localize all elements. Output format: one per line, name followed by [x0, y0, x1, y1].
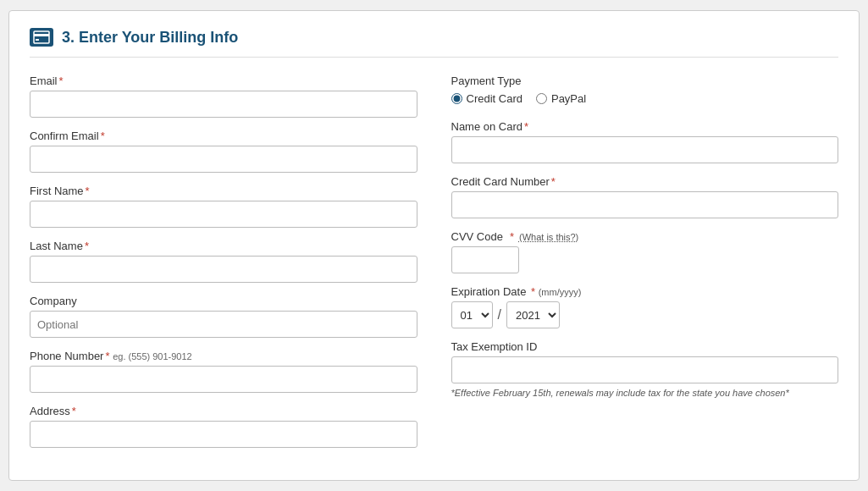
paypal-radio[interactable] [536, 93, 547, 104]
credit-card-label: Credit Card [467, 92, 522, 105]
email-input[interactable] [30, 91, 417, 118]
cvv-group: CVV Code* (What is this?) [451, 230, 839, 273]
right-column: Payment Type Credit Card PayPal Name on … [451, 74, 839, 460]
what-is-this-link[interactable]: (What is this?) [519, 232, 578, 242]
name-on-card-label: Name on Card* [451, 120, 839, 133]
phone-input[interactable] [30, 366, 417, 393]
cc-number-group: Credit Card Number* [451, 175, 839, 218]
confirm-email-group: Confirm Email* [30, 130, 417, 173]
phone-hint: eg. (555) 901-9012 [113, 351, 192, 361]
cc-number-label: Credit Card Number* [451, 175, 839, 188]
svg-rect-1 [34, 34, 49, 36]
credit-card-option[interactable]: Credit Card [451, 92, 522, 105]
phone-group: Phone Number* eg. (555) 901-9012 [30, 350, 417, 393]
svg-rect-2 [36, 39, 39, 41]
address-label: Address* [30, 405, 417, 417]
expiration-group: Expiration Date * (mm/yyyy) 01020304 050… [451, 285, 839, 328]
cc-number-input[interactable] [451, 191, 839, 218]
tax-note: *Effective February 15th, renewals may i… [451, 387, 839, 400]
last-name-input[interactable] [30, 256, 417, 283]
paypal-label: PayPal [551, 92, 586, 105]
address-group: Address* [30, 405, 417, 448]
name-on-card-input[interactable] [451, 136, 839, 163]
exp-month-select[interactable]: 01020304 05060708 09101112 [451, 301, 493, 328]
exp-separator: / [498, 307, 501, 323]
expiration-inputs: 01020304 05060708 09101112 / 20212022202… [451, 301, 839, 328]
exp-year-select[interactable]: 2021202220232024 2025202620272028 202920… [506, 301, 560, 328]
section-header: 3. Enter Your Billing Info [30, 28, 838, 58]
confirm-email-label: Confirm Email* [30, 130, 417, 142]
tax-exemption-input[interactable] [451, 356, 839, 383]
email-label: Email* [30, 74, 417, 87]
left-column: Email* Confirm Email* First Name* Last N… [30, 74, 417, 460]
first-name-group: First Name* [30, 185, 417, 228]
last-name-label: Last Name* [30, 240, 417, 252]
first-name-input[interactable] [30, 201, 417, 228]
name-on-card-group: Name on Card* [451, 120, 839, 163]
payment-type-group: Payment Type Credit Card PayPal [451, 74, 839, 108]
radio-group: Credit Card PayPal [451, 92, 839, 108]
company-label: Company [30, 295, 417, 307]
tax-exemption-group: Tax Exemption ID *Effective February 15t… [451, 340, 839, 400]
email-group: Email* [30, 74, 417, 118]
form-columns: Email* Confirm Email* First Name* Last N… [30, 74, 838, 460]
tax-exemption-label: Tax Exemption ID [451, 340, 839, 353]
billing-icon [30, 28, 53, 47]
last-name-group: Last Name* [30, 240, 417, 283]
credit-card-radio[interactable] [451, 93, 462, 104]
first-name-label: First Name* [30, 185, 417, 197]
company-group: Company [30, 295, 417, 338]
cvv-label: CVV Code* (What is this?) [451, 230, 839, 243]
cvv-input[interactable] [451, 246, 519, 273]
paypal-option[interactable]: PayPal [536, 92, 586, 105]
company-input[interactable] [30, 311, 417, 338]
billing-form-card: 3. Enter Your Billing Info Email* Confir… [8, 10, 860, 481]
phone-label: Phone Number* eg. (555) 901-9012 [30, 350, 417, 362]
expiration-label: Expiration Date * (mm/yyyy) [451, 285, 839, 298]
expiration-hint: (mm/yyyy) [539, 287, 582, 297]
svg-rect-0 [34, 31, 49, 43]
address-input[interactable] [30, 421, 417, 448]
page-title: 3. Enter Your Billing Info [62, 29, 238, 47]
confirm-email-input[interactable] [30, 146, 417, 173]
payment-type-label: Payment Type [451, 74, 839, 87]
